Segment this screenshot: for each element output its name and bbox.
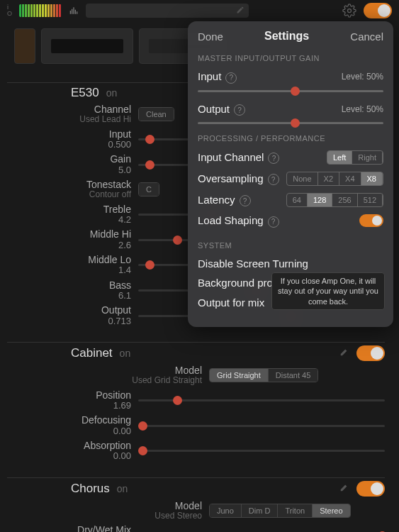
amp-thumb[interactable]: [41, 28, 133, 64]
param-label: Gain 5.0: [7, 154, 131, 175]
section-label: PROCESSING / PERFORMANCE: [198, 134, 383, 143]
search-input[interactable]: [86, 4, 249, 18]
section-label: MASTER INPUT/OUTPUT GAIN: [198, 54, 383, 62]
tonestack-select[interactable]: C: [138, 182, 159, 196]
chorus-model-select[interactable]: Juno Dim D Triton Stereo: [209, 504, 351, 518]
channel-label: Channel Used Lead Hi: [7, 104, 131, 125]
help-icon[interactable]: ?: [268, 216, 279, 228]
help-icon[interactable]: ?: [234, 104, 245, 116]
oversampling-label: Oversampling?: [198, 172, 279, 186]
output-label: Output?: [198, 103, 245, 116]
param-label: Dry/Wet Mix 10.00: [7, 525, 131, 532]
tonestack-label: Tonestack Contour off: [7, 179, 131, 200]
latency-select[interactable]: 64 128 256 512: [286, 193, 383, 207]
help-icon[interactable]: ?: [225, 72, 237, 84]
help-icon[interactable]: ?: [268, 153, 279, 164]
cabinet-toggle[interactable]: [356, 345, 385, 361]
defocusing-slider[interactable]: [138, 425, 385, 427]
svg-point-0: [348, 9, 352, 13]
topbar: i O: [0, 0, 399, 21]
param-label: Middle Hi 2.6: [7, 229, 131, 250]
latency-label: Latency?: [198, 194, 251, 207]
param-label: Treble 4.2: [7, 204, 131, 226]
help-icon[interactable]: ?: [240, 195, 251, 206]
param-label: Defocusing 0.00: [7, 415, 131, 436]
section-cabinet: Cabinet on Model Used Grid Straight Grid…: [0, 331, 399, 466]
section-title: E530: [71, 86, 99, 100]
model-label: Model Used Grid Straight: [7, 365, 202, 386]
param-label: Bass 6.1: [7, 280, 131, 301]
disable-screen-label: Disable Screen Turning: [198, 257, 308, 270]
model-label: Model Used Stereo: [7, 501, 202, 521]
param-label: Middle Lo 1.4: [7, 255, 131, 276]
tuner-icon[interactable]: [69, 6, 79, 16]
section-title: Chorus: [71, 482, 110, 496]
param-label: Output 0.713: [7, 305, 131, 326]
help-icon[interactable]: ?: [268, 174, 279, 185]
pencil-icon[interactable]: [339, 347, 349, 359]
on-label: on: [120, 348, 131, 359]
param-label: Absorption 0.00: [7, 440, 131, 462]
position-slider[interactable]: [138, 399, 385, 401]
output-mix-label: Output for mix: [198, 297, 264, 309]
input-label: Input?: [198, 70, 237, 84]
done-button[interactable]: Done: [198, 31, 223, 43]
settings-input-slider[interactable]: [198, 90, 383, 92]
tooltip: If you close Amp One, it will stay out o…: [271, 272, 385, 310]
section-title: Cabinet: [71, 346, 113, 360]
chorus-toggle[interactable]: [356, 481, 385, 497]
load-shaping-toggle[interactable]: [359, 214, 383, 227]
param-label: Position 1.69: [7, 390, 131, 411]
on-label: on: [117, 483, 128, 494]
settings-output-slider[interactable]: [198, 122, 383, 124]
output-level: Level: 50%: [342, 104, 383, 114]
on-label: on: [106, 87, 118, 99]
pencil-icon[interactable]: [236, 6, 245, 16]
gear-icon[interactable]: [342, 4, 356, 18]
section-label: SYSTEM: [198, 241, 383, 250]
absorption-slider[interactable]: [138, 450, 385, 452]
pencil-icon[interactable]: [339, 482, 349, 494]
cabinet-model-select[interactable]: Grid Straight Distant 45: [209, 368, 318, 382]
load-shaping-label: Load Shaping?: [198, 214, 279, 228]
channel-select[interactable]: Clean: [138, 107, 174, 121]
cancel-button[interactable]: Cancel: [350, 31, 383, 43]
param-label: Input 0.500: [7, 129, 131, 150]
input-channel-select[interactable]: Left Right: [327, 150, 383, 165]
popover-title: Settings: [264, 30, 309, 43]
amp-thumb[interactable]: [14, 28, 35, 64]
input-channel-label: Input Channel?: [198, 151, 279, 165]
oversampling-select[interactable]: None X2 X4 X8: [286, 172, 383, 186]
io-meter: [19, 4, 62, 17]
io-labels: i O: [7, 4, 12, 17]
input-level: Level: 50%: [342, 72, 383, 82]
io-label-o: O: [7, 11, 12, 17]
master-toggle[interactable]: [364, 3, 392, 18]
section-chorus: Chorus on Model Used Stereo Juno Dim D T…: [0, 466, 399, 532]
